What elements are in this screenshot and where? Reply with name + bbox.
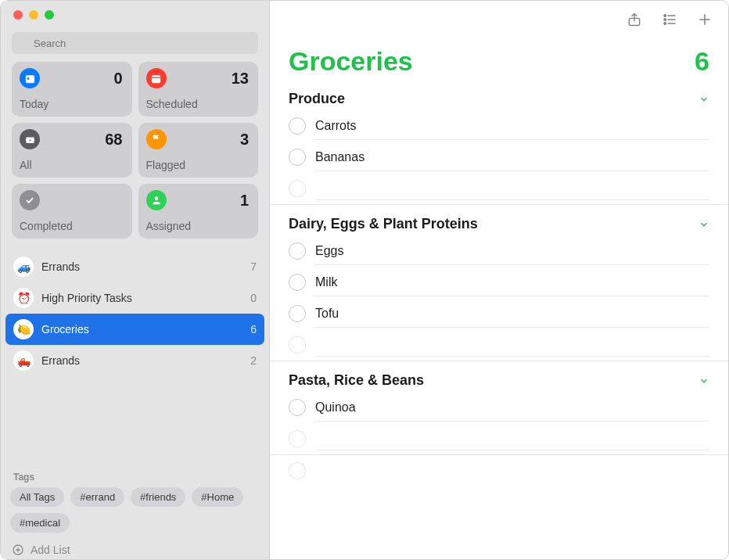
reminder-text[interactable]: Eggs (315, 238, 709, 265)
smart-list-flagged[interactable]: 3Flagged (138, 123, 259, 178)
section-title: Pasta, Rice & Beans (289, 372, 424, 389)
tags-list: All Tags#errand#friends#Home#medical (1, 487, 269, 540)
list-emoji-icon: 🍋 (13, 319, 34, 339)
reminder-row[interactable]: Eggs (282, 235, 728, 267)
checkbox[interactable] (289, 305, 306, 322)
tag-pill[interactable]: #Home (192, 487, 243, 507)
checkbox[interactable] (289, 242, 306, 260)
reminder-text[interactable]: Quinoa (315, 394, 709, 422)
reminder-row[interactable]: Carrots (282, 110, 728, 142)
reminder-text[interactable]: Milk (315, 269, 709, 296)
smart-list-count: 68 (105, 131, 122, 149)
list-title: Groceries (289, 46, 413, 77)
svg-point-11 (664, 15, 666, 17)
smart-list-scheduled[interactable]: 13Scheduled (138, 62, 259, 117)
reminder-text[interactable]: Bananas (315, 144, 709, 171)
section-title: Produce (289, 91, 345, 107)
svg-rect-3 (27, 77, 29, 80)
person-icon (146, 190, 167, 210)
tag-pill[interactable]: All Tags (10, 487, 64, 507)
smart-list-label: All (20, 159, 123, 171)
smart-list-all[interactable]: 68All (12, 123, 132, 178)
smart-list-count: 1 (240, 192, 249, 210)
sidebar-list-item[interactable]: 🛻Errands2 (5, 345, 264, 376)
sidebar-list-item[interactable]: 🍋Groceries6 (5, 314, 264, 345)
smart-list-label: Scheduled (146, 98, 250, 110)
list-item-label: Errands (41, 260, 242, 273)
checkbox-placeholder (289, 180, 306, 197)
search-input[interactable] (12, 32, 258, 54)
new-reminder-button[interactable] (697, 12, 713, 27)
sidebar-list-item[interactable]: 🚙Errands7 (5, 251, 264, 282)
smart-list-completed[interactable]: Completed (12, 184, 132, 239)
list-item-count: 7 (250, 260, 257, 273)
smart-list-count: 0 (113, 70, 122, 88)
new-reminder-row[interactable] (282, 329, 728, 361)
toolbar (270, 1, 728, 38)
list-total-count: 6 (695, 46, 709, 77)
calendar-icon (146, 68, 167, 88)
chevron-down-icon[interactable] (698, 219, 709, 230)
window-controls (1, 1, 269, 29)
smart-list-label: Completed (20, 220, 123, 232)
smart-list-assigned[interactable]: 1Assigned (138, 184, 259, 239)
svg-point-13 (664, 19, 666, 21)
new-reminder-row[interactable] (282, 173, 728, 204)
reminder-text-empty[interactable] (315, 177, 709, 200)
checkbox[interactable] (289, 117, 306, 135)
tag-pill[interactable]: #friends (131, 487, 185, 507)
checkbox-placeholder (289, 430, 306, 447)
tag-pill[interactable]: #errand (70, 487, 124, 507)
close-window-button[interactable] (13, 10, 23, 20)
reminder-text-empty[interactable] (315, 459, 709, 483)
smart-list-count: 3 (240, 131, 249, 149)
reminder-text-empty[interactable] (315, 333, 709, 357)
smart-list-label: Assigned (146, 220, 250, 232)
list-item-label: Groceries (41, 323, 242, 336)
list-item-label: Errands (41, 354, 242, 367)
smart-list-count: 13 (232, 70, 249, 88)
checkbox-placeholder (289, 462, 306, 479)
calendar-today-icon (20, 68, 40, 88)
list-emoji-icon: 🚙 (13, 257, 34, 277)
tray-icon (20, 129, 40, 149)
checkbox[interactable] (289, 149, 306, 166)
smart-lists-grid: 0Today13Scheduled68All3FlaggedCompleted1… (1, 62, 269, 248)
checkbox[interactable] (289, 274, 306, 291)
reminder-row[interactable]: Bananas (282, 142, 728, 173)
sidebar-list-item[interactable]: ⏰High Priority Tasks0 (5, 282, 264, 314)
add-list-button[interactable]: Add List (1, 540, 269, 559)
svg-point-15 (664, 23, 666, 25)
reminder-row[interactable]: Tofu (282, 298, 728, 329)
zoom-window-button[interactable] (45, 10, 54, 20)
view-options-button[interactable] (661, 12, 678, 27)
sections-container: ProduceCarrotsBananasDairy, Eggs & Plant… (270, 80, 728, 559)
user-lists: 🚙Errands7⏰High Priority Tasks0🍋Groceries… (1, 248, 269, 462)
minimize-window-button[interactable] (29, 10, 38, 20)
smart-list-today[interactable]: 0Today (12, 62, 132, 117)
reminder-row[interactable]: Quinoa (282, 392, 728, 423)
chevron-down-icon[interactable] (698, 375, 709, 386)
reminder-row[interactable]: Milk (282, 267, 728, 298)
new-reminder-row[interactable] (282, 423, 728, 454)
chevron-down-icon[interactable] (698, 94, 709, 105)
tag-pill[interactable]: #medical (10, 513, 70, 533)
section: Pasta, Rice & BeansQuinoa (270, 361, 728, 455)
plus-circle-icon (12, 544, 24, 556)
checkbox[interactable] (289, 399, 306, 416)
svg-rect-4 (152, 75, 160, 83)
reminder-text[interactable]: Carrots (315, 113, 709, 140)
new-reminder-row[interactable] (282, 455, 728, 486)
reminder-text[interactable]: Tofu (315, 300, 709, 328)
checkbox-placeholder (289, 336, 306, 354)
list-item-count: 2 (250, 354, 257, 367)
reminder-text-empty[interactable] (315, 427, 709, 451)
list-item-count: 6 (250, 323, 257, 336)
smart-list-label: Today (20, 98, 123, 110)
tags-header: Tags (1, 462, 269, 487)
list-emoji-icon: ⏰ (13, 288, 34, 308)
smart-list-label: Flagged (146, 159, 250, 171)
sidebar: 0Today13Scheduled68All3FlaggedCompleted1… (1, 1, 270, 559)
share-button[interactable] (627, 11, 642, 28)
svg-rect-2 (25, 75, 34, 83)
